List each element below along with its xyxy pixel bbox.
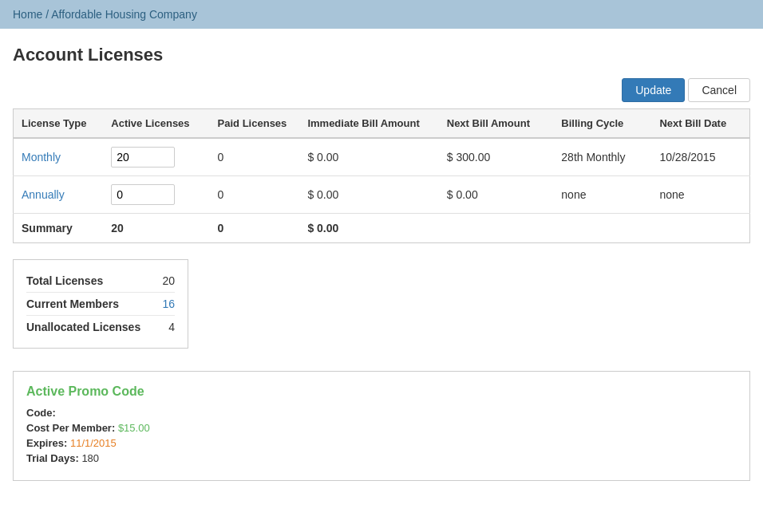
- breadcrumb-bar: Home / Affordable Housing Company: [0, 0, 763, 29]
- col-header-next-bill-date: Next Bill Date: [651, 109, 749, 139]
- summary-immediate-bill: $ 0.00: [299, 214, 438, 243]
- col-header-immediate-bill: Immediate Bill Amount: [299, 109, 438, 139]
- stats-members-value: 16: [162, 298, 175, 310]
- next-bill-monthly: $ 300.00: [439, 138, 554, 176]
- stats-members-label: Current Members: [26, 298, 119, 310]
- next-bill-annually: $ 0.00: [439, 176, 554, 214]
- active-licenses-monthly-cell: [103, 138, 209, 176]
- stats-row-total: Total Licenses 20: [26, 270, 175, 292]
- promo-trial-value: 180: [81, 452, 99, 464]
- breadcrumb-separator: /: [45, 8, 49, 21]
- promo-title: Active Promo Code: [26, 384, 737, 399]
- license-type-annually: Annually: [14, 176, 104, 214]
- breadcrumb-company: Affordable Housing Company: [51, 8, 197, 21]
- summary-next-bill: [439, 214, 554, 243]
- license-type-monthly: Monthly: [14, 138, 104, 176]
- stats-unallocated-label: Unallocated Licenses: [26, 321, 140, 333]
- promo-expires-line: Expires: 11/1/2015: [26, 437, 737, 449]
- col-header-paid-licenses: Paid Licenses: [210, 109, 300, 139]
- next-bill-date-annually: none: [651, 176, 749, 214]
- paid-licenses-annually: 0: [210, 176, 300, 214]
- stats-box: Total Licenses 20 Current Members 16 Una…: [13, 259, 188, 349]
- stats-unallocated-value: 4: [168, 321, 175, 333]
- promo-cost-label: Cost Per Member:: [26, 422, 115, 434]
- promo-trial-label: Trial Days:: [26, 452, 79, 464]
- page-title: Account Licenses: [13, 45, 750, 65]
- active-licenses-annually-cell: [103, 176, 209, 214]
- promo-code-label: Code:: [26, 407, 56, 419]
- billing-cycle-annually: none: [553, 176, 651, 214]
- breadcrumb-home[interactable]: Home: [13, 8, 42, 21]
- col-header-license-type: License Type: [14, 109, 104, 139]
- table-row-summary: Summary 20 0 $ 0.00: [14, 214, 750, 243]
- col-header-active-licenses: Active Licenses: [103, 109, 209, 139]
- summary-label: Summary: [14, 214, 104, 243]
- promo-cost-value: $15.00: [118, 422, 150, 434]
- summary-active-licenses: 20: [103, 214, 209, 243]
- promo-cost-line: Cost Per Member: $15.00: [26, 422, 737, 434]
- immediate-bill-monthly: $ 0.00: [299, 138, 438, 176]
- next-bill-date-monthly: 10/28/2015: [651, 138, 749, 176]
- col-header-next-bill: Next Bill Amount: [439, 109, 554, 139]
- active-licenses-monthly-input[interactable]: [111, 147, 175, 167]
- stats-total-value: 20: [162, 274, 175, 287]
- stats-row-members: Current Members 16: [26, 292, 175, 315]
- summary-paid-licenses: 0: [210, 214, 300, 243]
- col-header-billing-cycle: Billing Cycle: [553, 109, 651, 139]
- license-table: License Type Active Licenses Paid Licens…: [13, 108, 750, 243]
- stats-row-unallocated: Unallocated Licenses 4: [26, 315, 175, 338]
- summary-next-bill-date: [651, 214, 749, 243]
- billing-cycle-monthly: 28th Monthly: [553, 138, 651, 176]
- promo-trial-line: Trial Days: 180: [26, 452, 737, 464]
- toolbar: Update Cancel: [13, 78, 750, 102]
- summary-billing-cycle: [553, 214, 651, 243]
- update-button[interactable]: Update: [622, 78, 685, 102]
- promo-box: Active Promo Code Code: Cost Per Member:…: [13, 371, 750, 481]
- promo-expires-label: Expires:: [26, 437, 67, 449]
- immediate-bill-annually: $ 0.00: [299, 176, 438, 214]
- table-row-monthly: Monthly 0 $ 0.00 $ 300.00 28th Monthly 1…: [14, 138, 750, 176]
- promo-expires-value: 11/1/2015: [70, 437, 117, 449]
- stats-total-label: Total Licenses: [26, 274, 103, 287]
- cancel-button[interactable]: Cancel: [688, 78, 750, 102]
- paid-licenses-monthly: 0: [210, 138, 300, 176]
- promo-code-line: Code:: [26, 407, 737, 419]
- active-licenses-annually-input[interactable]: [111, 184, 175, 205]
- table-row-annually: Annually 0 $ 0.00 $ 0.00 none none: [14, 176, 750, 214]
